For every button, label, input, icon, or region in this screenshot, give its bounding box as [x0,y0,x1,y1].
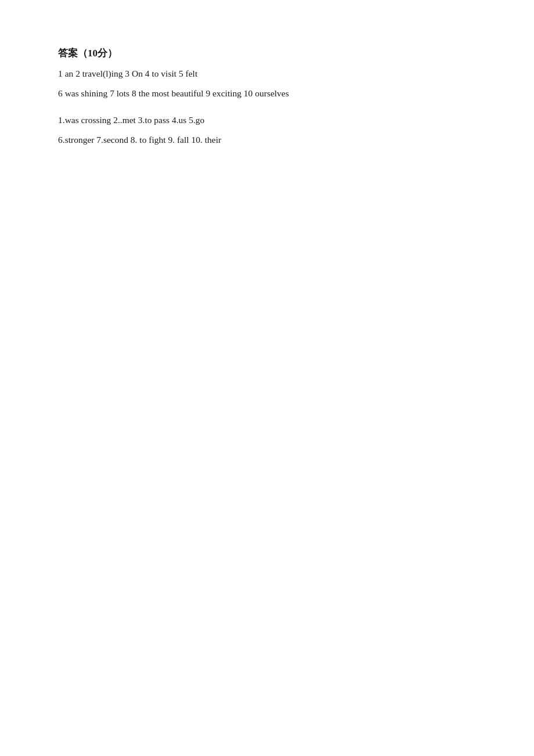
answer-row-3: 1.was crossing 2..met 3.to pass 4.us 5.g… [58,112,476,128]
answer-row-4: 6.stronger 7.second 8. to fight 9. fall … [58,132,476,148]
answer-title: 答案（10分） [58,46,476,60]
answer-row-1: 1 an 2 travel(l)ing 3 On 4 to visit 5 fe… [58,66,476,82]
answer-row-2: 6 was shining 7 lots 8 the most beautifu… [58,85,476,102]
